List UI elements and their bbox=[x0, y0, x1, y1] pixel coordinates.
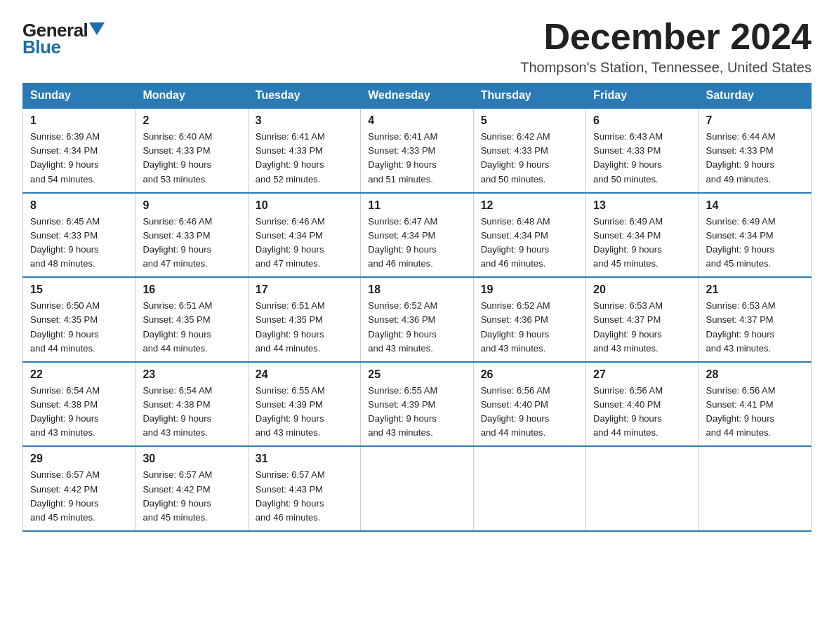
daylight-minutes: and 43 minutes. bbox=[30, 427, 95, 438]
weekday-header-wednesday: Wednesday bbox=[361, 83, 473, 109]
page-header: General Blue December 2024 Thompson's St… bbox=[22, 17, 812, 76]
day-cell-18: 18 Sunrise: 6:52 AM Sunset: 4:36 PM Dayl… bbox=[361, 277, 473, 362]
daylight-minutes: and 44 minutes. bbox=[30, 343, 95, 354]
day-number: 16 bbox=[143, 283, 240, 296]
sunrise-label: Sunrise: 6:41 AM bbox=[256, 131, 325, 142]
weekday-header-sunday: Sunday bbox=[23, 83, 135, 109]
day-cell-9: 9 Sunrise: 6:46 AM Sunset: 4:33 PM Dayli… bbox=[135, 193, 248, 278]
sunset-label: Sunset: 4:33 PM bbox=[368, 145, 435, 156]
daylight-label: Daylight: 9 hours bbox=[256, 498, 324, 509]
daylight-minutes: and 46 minutes. bbox=[368, 258, 433, 269]
daylight-label: Daylight: 9 hours bbox=[143, 498, 211, 509]
sunrise-label: Sunrise: 6:54 AM bbox=[143, 385, 212, 396]
sunset-label: Sunset: 4:34 PM bbox=[256, 230, 323, 241]
daylight-label: Daylight: 9 hours bbox=[481, 159, 550, 170]
daylight-label: Daylight: 9 hours bbox=[593, 329, 662, 340]
day-number: 22 bbox=[30, 368, 128, 381]
sunrise-label: Sunrise: 6:41 AM bbox=[368, 131, 437, 142]
day-cell-14: 14 Sunrise: 6:49 AM Sunset: 4:34 PM Dayl… bbox=[699, 193, 811, 278]
daylight-minutes: and 43 minutes. bbox=[256, 427, 321, 438]
daylight-label: Daylight: 9 hours bbox=[256, 244, 324, 255]
sunrise-label: Sunrise: 6:43 AM bbox=[593, 131, 663, 142]
daylight-label: Daylight: 9 hours bbox=[143, 159, 211, 170]
daylight-label: Daylight: 9 hours bbox=[143, 244, 211, 255]
weekday-header-thursday: Thursday bbox=[473, 83, 585, 109]
daylight-minutes: and 43 minutes. bbox=[143, 427, 208, 438]
sunset-label: Sunset: 4:33 PM bbox=[143, 145, 210, 156]
day-number: 21 bbox=[706, 283, 804, 296]
month-year-title: December 2024 bbox=[520, 17, 812, 57]
sunrise-label: Sunrise: 6:51 AM bbox=[143, 300, 212, 311]
day-number: 4 bbox=[368, 114, 465, 127]
day-number: 20 bbox=[593, 283, 691, 296]
sunset-label: Sunset: 4:35 PM bbox=[30, 314, 98, 325]
sunset-label: Sunset: 4:36 PM bbox=[368, 314, 435, 325]
daylight-minutes: and 47 minutes. bbox=[256, 258, 321, 269]
sunrise-label: Sunrise: 6:39 AM bbox=[30, 131, 100, 142]
sunset-label: Sunset: 4:37 PM bbox=[706, 314, 774, 325]
daylight-minutes: and 52 minutes. bbox=[256, 174, 321, 185]
daylight-minutes: and 43 minutes. bbox=[368, 427, 433, 438]
empty-cell bbox=[361, 446, 473, 531]
day-number: 29 bbox=[30, 452, 128, 465]
day-cell-4: 4 Sunrise: 6:41 AM Sunset: 4:33 PM Dayli… bbox=[361, 108, 473, 193]
day-info: Sunrise: 6:50 AM Sunset: 4:35 PM Dayligh… bbox=[30, 299, 128, 356]
sunrise-label: Sunrise: 6:57 AM bbox=[30, 469, 100, 480]
sunrise-label: Sunrise: 6:53 AM bbox=[593, 300, 663, 311]
daylight-minutes: and 43 minutes. bbox=[593, 343, 658, 354]
daylight-minutes: and 45 minutes. bbox=[593, 258, 658, 269]
sunset-label: Sunset: 4:42 PM bbox=[30, 484, 98, 495]
day-cell-13: 13 Sunrise: 6:49 AM Sunset: 4:34 PM Dayl… bbox=[586, 193, 699, 278]
sunset-label: Sunset: 4:38 PM bbox=[30, 399, 98, 410]
day-number: 17 bbox=[256, 283, 353, 296]
daylight-label: Daylight: 9 hours bbox=[256, 329, 324, 340]
day-number: 15 bbox=[30, 283, 128, 296]
sunset-label: Sunset: 4:34 PM bbox=[706, 230, 774, 241]
day-cell-5: 5 Sunrise: 6:42 AM Sunset: 4:33 PM Dayli… bbox=[473, 108, 585, 193]
day-cell-25: 25 Sunrise: 6:55 AM Sunset: 4:39 PM Dayl… bbox=[361, 362, 473, 447]
daylight-label: Daylight: 9 hours bbox=[706, 413, 775, 424]
sunrise-label: Sunrise: 6:56 AM bbox=[593, 385, 663, 396]
sunrise-label: Sunrise: 6:56 AM bbox=[481, 385, 550, 396]
day-number: 10 bbox=[256, 199, 353, 212]
sunset-label: Sunset: 4:43 PM bbox=[256, 484, 323, 495]
sunset-label: Sunset: 4:35 PM bbox=[143, 314, 210, 325]
day-cell-3: 3 Sunrise: 6:41 AM Sunset: 4:33 PM Dayli… bbox=[248, 108, 360, 193]
sunset-label: Sunset: 4:35 PM bbox=[256, 314, 323, 325]
daylight-label: Daylight: 9 hours bbox=[30, 159, 99, 170]
calendar-table: SundayMondayTuesdayWednesdayThursdayFrid… bbox=[22, 83, 812, 532]
day-info: Sunrise: 6:44 AM Sunset: 4:33 PM Dayligh… bbox=[706, 130, 804, 187]
sunrise-label: Sunrise: 6:57 AM bbox=[143, 469, 212, 480]
day-cell-24: 24 Sunrise: 6:55 AM Sunset: 4:39 PM Dayl… bbox=[248, 362, 360, 447]
sunrise-label: Sunrise: 6:52 AM bbox=[481, 300, 550, 311]
sunrise-label: Sunrise: 6:50 AM bbox=[30, 300, 100, 311]
day-info: Sunrise: 6:46 AM Sunset: 4:34 PM Dayligh… bbox=[256, 215, 353, 271]
sunset-label: Sunset: 4:33 PM bbox=[256, 145, 323, 156]
day-cell-27: 27 Sunrise: 6:56 AM Sunset: 4:40 PM Dayl… bbox=[586, 362, 699, 447]
weekday-header-saturday: Saturday bbox=[699, 83, 811, 109]
daylight-minutes: and 46 minutes. bbox=[481, 258, 546, 269]
day-info: Sunrise: 6:55 AM Sunset: 4:39 PM Dayligh… bbox=[368, 384, 465, 441]
daylight-label: Daylight: 9 hours bbox=[256, 159, 324, 170]
sunset-label: Sunset: 4:33 PM bbox=[143, 230, 210, 241]
day-number: 28 bbox=[706, 368, 804, 381]
day-number: 2 bbox=[143, 114, 240, 127]
logo: General Blue bbox=[22, 21, 105, 56]
title-block: December 2024 Thompson's Station, Tennes… bbox=[520, 17, 812, 76]
day-number: 23 bbox=[143, 368, 240, 381]
sunset-label: Sunset: 4:39 PM bbox=[368, 399, 435, 410]
sunset-label: Sunset: 4:34 PM bbox=[368, 230, 435, 241]
logo-arrow-icon bbox=[89, 22, 105, 35]
daylight-minutes: and 43 minutes. bbox=[481, 343, 546, 354]
daylight-minutes: and 46 minutes. bbox=[256, 512, 321, 523]
day-number: 14 bbox=[706, 199, 804, 212]
day-info: Sunrise: 6:40 AM Sunset: 4:33 PM Dayligh… bbox=[143, 130, 240, 187]
daylight-label: Daylight: 9 hours bbox=[481, 329, 550, 340]
daylight-minutes: and 53 minutes. bbox=[143, 174, 208, 185]
sunset-label: Sunset: 4:34 PM bbox=[30, 145, 98, 156]
day-cell-17: 17 Sunrise: 6:51 AM Sunset: 4:35 PM Dayl… bbox=[248, 277, 360, 362]
daylight-minutes: and 45 minutes. bbox=[30, 512, 95, 523]
week-row-1: 1 Sunrise: 6:39 AM Sunset: 4:34 PM Dayli… bbox=[23, 108, 812, 193]
day-cell-8: 8 Sunrise: 6:45 AM Sunset: 4:33 PM Dayli… bbox=[23, 193, 135, 278]
day-number: 9 bbox=[143, 199, 240, 212]
